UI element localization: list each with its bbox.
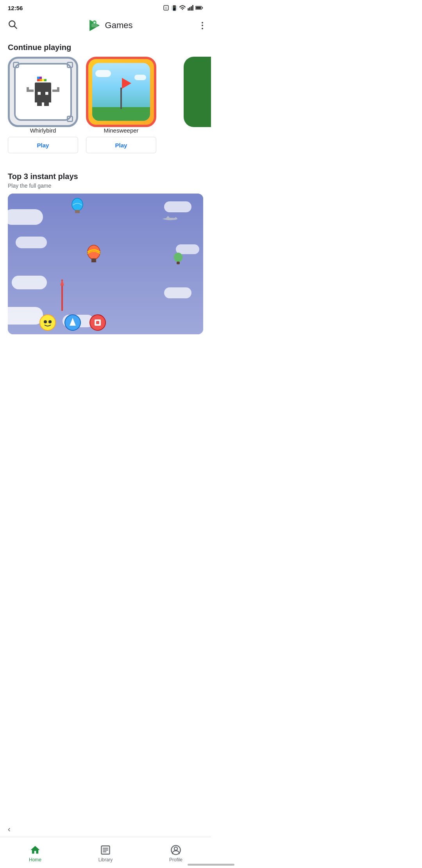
status-time: 12:56 (8, 5, 23, 11)
top-instant-title: Top 3 instant plays (8, 172, 203, 181)
svg-rect-20 (39, 79, 42, 81)
whirlybird-name: Whirlybird (8, 127, 78, 134)
minesweeper-icon[interactable] (86, 57, 156, 127)
whirlybird-icon[interactable] (8, 57, 78, 127)
top-instant-header: Top 3 instant plays Play the full game (0, 166, 211, 194)
balloon-colorful-mid (86, 244, 102, 266)
vibrate-icon: 📳 (171, 5, 177, 11)
svg-rect-2 (188, 8, 189, 11)
svg-rect-30 (44, 102, 49, 106)
cloud-lower-right (164, 287, 191, 298)
svg-rect-24 (39, 77, 42, 79)
game-card-minesweeper: Minesweeper Play (86, 57, 156, 153)
top-instant-subtitle: Play the full game (8, 183, 203, 189)
svg-rect-18 (35, 82, 51, 91)
balloon-blue-top (70, 197, 84, 217)
svg-rect-22 (44, 79, 46, 81)
top-bar: ▶ Games (0, 14, 211, 37)
svg-rect-42 (177, 262, 180, 264)
continue-playing-list: Whirlybird Play Minesweeper Play (0, 57, 211, 160)
svg-point-41 (174, 253, 182, 262)
whirlybird-play-button[interactable]: Play (8, 137, 78, 153)
cloud-mid-left (16, 237, 47, 248)
play-games-logo: ▶ (87, 18, 102, 33)
balloon-small-right (173, 252, 184, 268)
game-card-partial (164, 57, 211, 153)
svg-rect-23 (37, 77, 39, 79)
game-card-whirlybird: Whirlybird Play (8, 57, 78, 153)
svg-rect-15 (35, 90, 51, 102)
status-icons: ⊡ 📳 (163, 4, 203, 11)
game-screenshot[interactable] (8, 194, 203, 334)
svg-rect-53 (96, 321, 99, 324)
svg-rect-28 (57, 87, 59, 90)
svg-rect-26 (52, 90, 59, 92)
continue-playing-title: Continue playing (8, 43, 203, 52)
notification-icon: ⊡ (163, 4, 170, 11)
svg-rect-5 (192, 5, 193, 11)
svg-rect-25 (27, 90, 34, 92)
svg-rect-19 (37, 79, 39, 81)
svg-rect-44 (61, 303, 63, 311)
svg-point-48 (48, 320, 52, 323)
svg-marker-45 (60, 280, 64, 285)
cloud-bottom-left (8, 307, 43, 325)
svg-rect-17 (45, 92, 48, 95)
svg-rect-27 (27, 87, 29, 90)
svg-line-10 (14, 26, 17, 29)
svg-rect-29 (37, 102, 42, 106)
search-button[interactable] (8, 20, 18, 31)
cloud-small-top-right (164, 201, 191, 212)
cloud-lower-left (12, 276, 47, 289)
svg-point-47 (44, 320, 47, 323)
app-title-area: ▶ Games (87, 18, 133, 33)
svg-rect-16 (38, 92, 41, 95)
svg-rect-4 (191, 6, 192, 11)
wifi-icon (179, 5, 186, 11)
status-bar: 12:56 ⊡ 📳 (0, 0, 211, 14)
svg-rect-7 (196, 7, 201, 9)
svg-text:▶: ▶ (93, 21, 95, 24)
whirlybird-character (25, 74, 61, 109)
signal-icon (188, 5, 194, 11)
battery-icon (195, 5, 203, 10)
bottom-characters (39, 314, 106, 331)
continue-playing-header: Continue playing (0, 37, 211, 57)
page-title: Games (105, 20, 133, 30)
partial-game-icon (184, 57, 211, 127)
rocket-vertical (59, 280, 66, 312)
minesweeper-name: Minesweeper (86, 127, 156, 134)
cloud-large-left (8, 209, 43, 225)
svg-rect-8 (202, 7, 203, 9)
svg-rect-21 (42, 79, 44, 81)
more-options-button[interactable] (202, 22, 203, 29)
minesweeper-play-button[interactable]: Play (86, 137, 156, 153)
svg-text:⊡: ⊡ (165, 7, 167, 9)
airplane-top (160, 215, 180, 224)
svg-rect-3 (189, 7, 190, 11)
svg-point-46 (40, 315, 55, 330)
